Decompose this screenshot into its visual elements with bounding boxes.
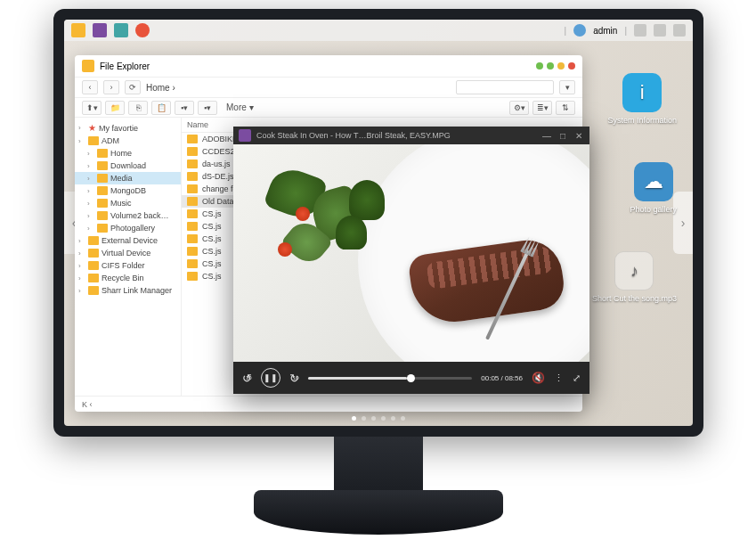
taskbar-app-media-icon[interactable] [93, 23, 107, 37]
pager-dot[interactable] [362, 416, 366, 421]
settings-button[interactable]: ⚙▾ [509, 101, 529, 115]
nav-toolbar: ‹ › ⟳ Home › ▾ [75, 77, 582, 98]
minimize-button[interactable]: — [541, 131, 552, 141]
taskbar-app-files-icon[interactable] [71, 23, 85, 37]
upload-button[interactable]: ⬆▾ [82, 101, 102, 115]
time-display: 00:05 / 08:56 [481, 374, 523, 382]
user-avatar-icon[interactable] [573, 24, 586, 37]
player-titlebar[interactable]: Cook Steak In Oven - How T…Broil Steak, … [233, 127, 589, 144]
action-toolbar: ⬆▾ 📁 ⎘ 📋 ▪▾ ▪▾ More ▾ ⚙▾ ≣▾ ⇅ [75, 98, 582, 118]
desktop-icon-label: Short Cut the song.mp3 [592, 294, 677, 303]
cloud-icon: ☁ [634, 162, 673, 201]
pager-dot[interactable] [352, 416, 356, 421]
salad [242, 153, 420, 314]
settings-icon[interactable]: ⋮ [554, 372, 564, 384]
desktop-icon-label: Photo gallery [630, 205, 677, 214]
desktop-icon-system-info[interactable]: i System Information [607, 73, 677, 125]
address-menu-button[interactable]: ▾ [559, 80, 575, 94]
pause-button[interactable]: ❚❚ [261, 368, 280, 388]
back-button[interactable]: ‹ [82, 80, 98, 94]
tree-item[interactable]: ›External Device [75, 234, 181, 247]
search-input[interactable] [456, 80, 554, 94]
pager[interactable]: K ‹ [82, 400, 93, 409]
taskbar-app-photos-icon[interactable] [114, 23, 128, 37]
desktop-screen: | admin | ‹ › i System Information ☁ Pho… [64, 20, 693, 426]
taskbar-app-music-icon[interactable] [135, 23, 150, 37]
pager-dot[interactable] [371, 416, 376, 421]
fullscreen-button[interactable]: ⤢ [573, 372, 581, 384]
breadcrumb[interactable]: Home › [146, 83, 175, 93]
tree-item[interactable]: ›ADM [75, 135, 181, 147]
tree-item[interactable]: ›Sharr Link Manager [75, 284, 181, 297]
player-app-icon [239, 129, 251, 142]
tree-item[interactable]: ›CIFS Folder [75, 259, 181, 272]
info-icon: i [622, 73, 662, 112]
more-button[interactable]: More ▾ [221, 102, 259, 112]
divider: | [624, 26, 627, 36]
column-name[interactable]: Name [187, 120, 208, 129]
window-button[interactable] [547, 62, 554, 70]
close-button[interactable] [568, 62, 575, 70]
tree-item[interactable]: ›Recycle Bin [75, 272, 181, 284]
tree-item[interactable]: ›★My favortie [75, 121, 181, 135]
taskbar: | admin | [64, 20, 693, 41]
media-player-window: Cook Steak In Oven - How T…Broil Steak, … [233, 127, 589, 394]
mute-button[interactable]: 🔇 [532, 372, 545, 384]
action-button[interactable]: ▪▾ [175, 101, 194, 115]
minimize-button[interactable] [536, 62, 543, 70]
seek-bar[interactable] [308, 377, 472, 380]
view-list-button[interactable]: ≣▾ [532, 101, 552, 115]
divider: | [565, 26, 567, 36]
mp3-file-icon: ♪ [614, 251, 654, 290]
taskbar-search-icon[interactable] [654, 24, 666, 37]
seek-fill [308, 377, 407, 380]
folder-tree: ›★My favortie›ADM›Home›Download›Media›Mo… [75, 118, 182, 396]
window-titlebar[interactable]: File Explorer [75, 55, 582, 77]
desktop-icon-label: System Information [607, 116, 677, 125]
pager-dot[interactable] [391, 416, 395, 421]
seek-handle[interactable] [407, 374, 415, 382]
new-folder-button[interactable]: 📁 [105, 101, 125, 115]
pager-dot[interactable] [401, 416, 405, 421]
skip-back-button[interactable]: ↺10 [242, 372, 252, 385]
desktop-icon-photo-gallery[interactable]: ☁ Photo gallery [630, 162, 677, 214]
forward-button[interactable]: › [103, 80, 119, 94]
window-title: File Explorer [100, 61, 150, 71]
tree-item[interactable]: ›MongoDB [75, 184, 181, 197]
action-button[interactable]: ▪▾ [198, 101, 217, 115]
desktop-icon-mp3-shortcut[interactable]: ♪ Short Cut the song.mp3 [592, 251, 677, 303]
player-title: Cook Steak In Oven - How T…Broil Steak, … [256, 131, 536, 140]
copy-button[interactable]: ⎘ [128, 101, 148, 115]
taskbar-settings-icon[interactable] [673, 24, 686, 37]
video-viewport[interactable] [233, 144, 589, 362]
maximize-button[interactable]: □ [557, 131, 568, 141]
app-icon [82, 60, 94, 72]
taskbar-notify-icon[interactable] [634, 24, 646, 37]
pager-dot[interactable] [381, 416, 386, 421]
refresh-button[interactable]: ⟳ [125, 80, 141, 94]
skip-forward-button[interactable]: ↻10 [289, 372, 299, 385]
tree-item[interactable]: ›Photogallery [75, 222, 181, 234]
desktop-pager[interactable] [352, 416, 405, 421]
tree-item[interactable]: ›Virtual Device [75, 247, 181, 259]
paste-button[interactable]: 📋 [151, 101, 171, 115]
tree-item[interactable]: ›Home [75, 147, 181, 159]
player-controls: ↺10 ❚❚ ↻10 00:05 / 08:56 🔇 ⋮ ⤢ [233, 362, 589, 394]
tree-item[interactable]: ›Download [75, 159, 181, 172]
close-button[interactable]: ✕ [573, 131, 584, 141]
tree-item[interactable]: ›Volume2 back… [75, 209, 181, 222]
user-label[interactable]: admin [593, 26, 617, 36]
sort-button[interactable]: ⇅ [556, 101, 575, 115]
tree-item[interactable]: ›Media [75, 172, 181, 184]
maximize-button[interactable] [557, 62, 565, 70]
status-bar: K ‹ [75, 396, 582, 412]
tree-item[interactable]: ›Music [75, 197, 181, 209]
